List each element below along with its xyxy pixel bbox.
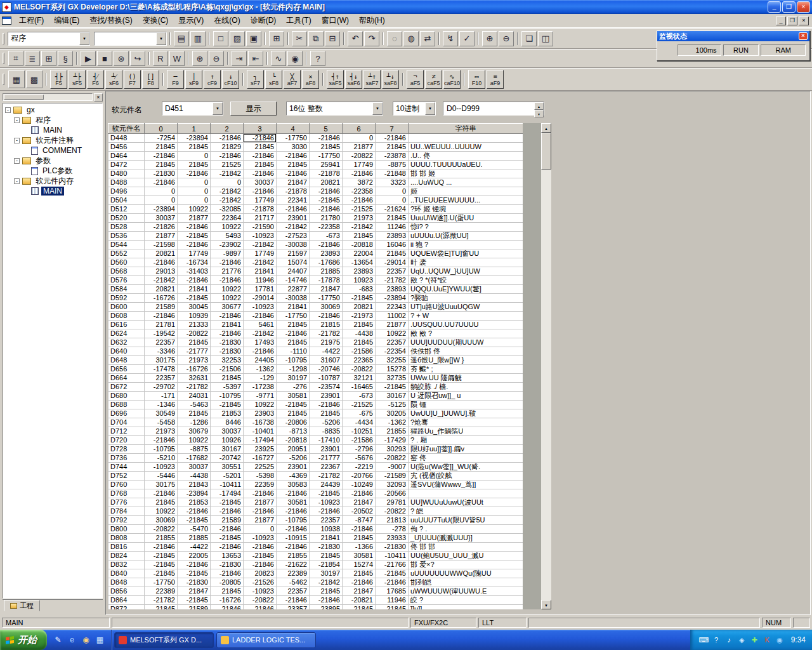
value-cell[interactable]: -8875 (376, 161, 409, 169)
value-cell[interactable]: -8713 (277, 427, 310, 436)
ladder-view-icon[interactable]: ⌗ (8, 51, 23, 66)
value-cell[interactable]: 30197 (310, 569, 343, 578)
value-cell[interactable]: -20502 (343, 507, 376, 516)
value-cell[interactable]: 30581 (343, 552, 376, 560)
value-cell[interactable]: 22357 (145, 338, 178, 347)
value-cell[interactable]: -10923 (244, 303, 277, 312)
delete-line-icon[interactable]: ⊖ (209, 51, 224, 66)
value-cell[interactable]: -21526 (244, 578, 277, 587)
value-cell[interactable]: -21846 (277, 205, 310, 214)
value-cell[interactable]: 21975 (310, 338, 343, 347)
device-range-field[interactable]: D0--D999 (443, 102, 544, 116)
value-cell[interactable]: 21845 (277, 161, 310, 169)
value-cell[interactable]: 25941 (310, 161, 343, 169)
device-cell[interactable]: D584 (108, 285, 145, 294)
value-cell[interactable]: 15274 (343, 560, 376, 569)
value-cell[interactable]: -2219 (343, 463, 376, 472)
value-cell[interactable]: -22354 (376, 347, 409, 356)
value-cell[interactable]: 0 (178, 178, 211, 187)
value-cell[interactable]: -1346 (145, 401, 178, 409)
read-mode-icon[interactable]: R (153, 51, 168, 66)
value-cell[interactable]: 21845 (310, 587, 343, 596)
value-cell[interactable]: -21845 (145, 560, 178, 569)
value-cell[interactable]: 22357 (376, 267, 409, 276)
value-cell[interactable]: -21846 (244, 312, 277, 321)
value-cell[interactable]: 21843 (178, 481, 211, 489)
value-cell[interactable]: -21846 (145, 489, 178, 498)
value-cell[interactable]: -7254 (145, 134, 178, 143)
value-cell[interactable]: -5398 (244, 472, 277, 481)
value-cell[interactable]: -20822 (376, 454, 409, 463)
value-cell[interactable]: -21586 (343, 347, 376, 356)
value-cell[interactable]: 30167 (376, 392, 409, 401)
value-cell[interactable]: -10795 (211, 392, 244, 401)
value-cell[interactable]: -21846 (310, 596, 343, 605)
value-cell[interactable]: -21878 (277, 187, 310, 196)
value-cell[interactable]: 10922 (178, 205, 211, 214)
value-cell[interactable]: -17478 (145, 365, 178, 374)
new-project-icon[interactable]: □ (213, 31, 228, 46)
ie-icon[interactable]: e (67, 635, 77, 646)
project-data-window-icon[interactable]: ▦ (8, 70, 25, 88)
value-cell[interactable]: 30167 (211, 445, 244, 454)
vertical-scrollbar[interactable] (541, 123, 551, 609)
value-cell[interactable]: -21845 (343, 294, 376, 303)
child-window-icon[interactable] (2, 17, 11, 25)
project-list-icon[interactable]: ▤ (174, 31, 189, 46)
value-cell[interactable]: 29781 (376, 498, 409, 507)
value-cell[interactable]: 21845 (376, 605, 409, 610)
value-cell[interactable]: -9897 (211, 249, 244, 258)
value-cell[interactable]: -1362 (244, 365, 277, 374)
value-cell[interactable]: -16734 (178, 258, 211, 267)
value-cell[interactable]: -129 (244, 374, 277, 383)
device-cell[interactable]: D448 (108, 134, 145, 143)
device-cell[interactable]: D864 (108, 596, 145, 605)
value-cell[interactable]: 22365 (343, 356, 376, 365)
delete-horizontal-line-button[interactable]: ✕aF8 (302, 70, 319, 89)
device-cell[interactable]: D832 (108, 560, 145, 569)
value-cell[interactable]: 22357 (277, 587, 310, 596)
device-cell[interactable]: D624 (108, 329, 145, 338)
value-cell[interactable]: -21846 (178, 241, 211, 249)
device-cell[interactable]: D576 (108, 276, 145, 285)
value-cell[interactable]: 10922 (244, 401, 277, 409)
value-cell[interactable]: -21846 (244, 169, 277, 178)
value-cell[interactable]: -21846 (277, 152, 310, 161)
value-cell[interactable]: 10922 (211, 285, 244, 294)
value-cell[interactable]: -10915 (277, 534, 310, 543)
value-cell[interactable]: 3323 (376, 178, 409, 187)
tree-item[interactable]: -软元件注释 (5, 135, 102, 145)
chevron-down-icon[interactable] (425, 102, 435, 115)
value-cell[interactable]: 17749 (343, 161, 376, 169)
value-cell[interactable]: -21846 (343, 489, 376, 498)
value-cell[interactable]: 21845 (310, 143, 343, 152)
value-cell[interactable]: -30038 (277, 241, 310, 249)
value-cell[interactable]: 20823 (244, 569, 277, 578)
value-cell[interactable]: -16726 (145, 294, 178, 303)
value-cell[interactable]: -23894 (145, 205, 178, 214)
value-cell[interactable]: 32093 (376, 481, 409, 489)
value-cell[interactable]: -21848 (376, 169, 409, 178)
value-cell[interactable]: 23925 (244, 445, 277, 454)
value-cell[interactable]: -21846 (178, 223, 211, 232)
value-cell[interactable]: -21590 (244, 223, 277, 232)
value-cell[interactable]: -21624 (376, 205, 409, 214)
rising-pulse-button[interactable]: ↑cF9 (204, 70, 221, 89)
value-cell[interactable]: 17493 (244, 338, 277, 347)
tree-expander-icon[interactable]: - (14, 138, 20, 143)
value-cell[interactable]: 21855 (277, 552, 310, 560)
value-cell[interactable]: 8446 (211, 418, 244, 427)
value-cell[interactable]: -683 (343, 285, 376, 294)
zoom-in-icon[interactable]: ⊕ (482, 31, 497, 46)
value-cell[interactable]: -20818 (277, 436, 310, 445)
find-icon[interactable]: ◌ (387, 31, 402, 46)
value-cell[interactable]: 11946 (244, 276, 277, 285)
value-cell[interactable]: -21846 (277, 596, 310, 605)
value-cell[interactable]: -673 (310, 232, 343, 241)
value-cell[interactable]: -20821 (343, 596, 376, 605)
value-cell[interactable]: -20822 (343, 365, 376, 374)
value-cell[interactable]: -21846 (244, 560, 277, 569)
value-cell[interactable]: -5210 (145, 454, 178, 463)
value-cell[interactable]: 21847 (310, 285, 343, 294)
value-cell[interactable]: -21846 (145, 312, 178, 321)
